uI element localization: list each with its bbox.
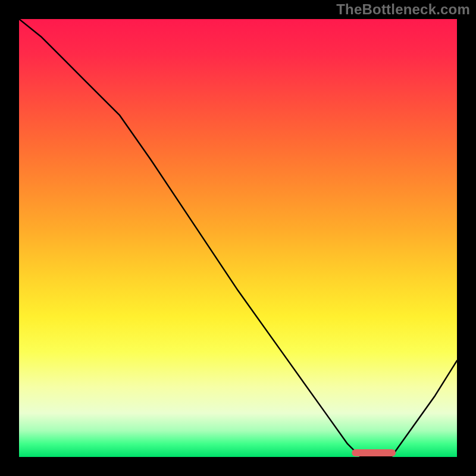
curve-layer	[19, 19, 457, 457]
bottleneck-curve-path	[19, 19, 457, 457]
chart-container: TheBottleneck.com	[0, 0, 476, 476]
plot-area	[18, 18, 458, 458]
optimal-range-marker	[352, 449, 396, 456]
watermark-text: TheBottleneck.com	[336, 1, 470, 18]
